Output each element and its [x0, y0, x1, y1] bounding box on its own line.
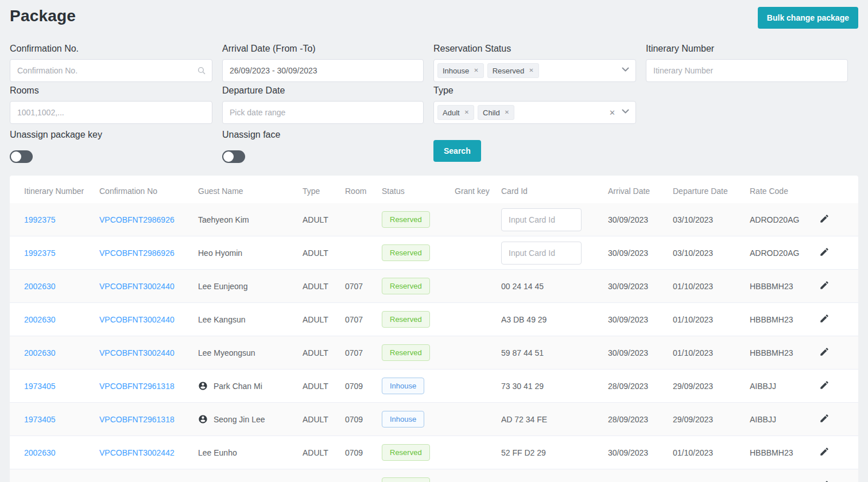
clear-select-icon[interactable]: ✕ — [609, 109, 615, 116]
confirmation-link[interactable]: VPCOBFNT3002442 — [99, 448, 175, 457]
itinerary-link[interactable]: 1973405 — [24, 382, 56, 391]
itinerary-number-input[interactable] — [646, 59, 848, 82]
confirmation-link[interactable]: VPCOBFNT2986926 — [99, 215, 175, 224]
grant-key — [450, 236, 497, 270]
edit-icon[interactable] — [819, 280, 830, 290]
remove-tag-icon[interactable]: ✕ — [529, 68, 533, 73]
status-tag: Reserved ✕ — [487, 63, 539, 78]
type-tag-label: Child — [483, 108, 500, 117]
guest-type: ADULT — [298, 303, 340, 336]
edit-icon[interactable] — [819, 446, 830, 457]
type-label: Type — [433, 85, 636, 96]
col-status: Status — [377, 176, 450, 203]
remove-tag-icon[interactable]: ✕ — [505, 110, 509, 115]
table-header: Itinerary Number Confirmation No Guest N… — [10, 176, 858, 203]
itinerary-link[interactable]: 1992375 — [24, 215, 56, 224]
card-id-input[interactable] — [501, 208, 582, 231]
departure-date-label: Departure Date — [222, 85, 424, 96]
itinerary-link[interactable]: 1992375 — [24, 248, 56, 258]
remove-tag-icon[interactable]: ✕ — [474, 68, 478, 73]
guest-name: Seong Jin Lee — [214, 415, 265, 424]
itinerary-link[interactable]: 2002630 — [24, 315, 56, 324]
card-id: 52 FF D2 29 — [497, 436, 603, 469]
reservation-status-select[interactable]: Inhouse ✕ Reserved ✕ — [433, 59, 636, 82]
col-guest-name: Guest Name — [193, 176, 298, 203]
rooms-input[interactable] — [10, 101, 212, 124]
rate-code: ADROD20AG — [745, 203, 815, 236]
edit-icon[interactable] — [819, 413, 830, 423]
room-number: 0709 — [340, 370, 377, 403]
unassign-package-key-toggle[interactable] — [10, 150, 33, 163]
rate-code: HBBBMH23 — [745, 270, 815, 303]
remove-tag-icon[interactable]: ✕ — [464, 110, 469, 115]
arrival-date-field: Arrival Date (From -To) — [222, 44, 424, 82]
confirmation-link[interactable]: VPCOBFNT3002440 — [99, 315, 175, 324]
col-actions — [815, 176, 858, 203]
arrival-date: 30/09/2023 — [603, 203, 668, 236]
arrival-date-input[interactable] — [222, 59, 424, 82]
table-row: 2002630 VPCOBFNT3002442 Lee Eunseok ADUL… — [10, 469, 858, 482]
search-button[interactable]: Search — [433, 140, 481, 162]
col-card-id: Card Id — [497, 176, 603, 203]
status-tag: Inhouse ✕ — [437, 63, 484, 78]
unassign-package-key-label: Unassign package key — [10, 130, 212, 140]
rate-code: HBBBMH23 — [745, 469, 815, 482]
itinerary-link[interactable]: 2002630 — [24, 282, 56, 291]
confirmation-link[interactable]: VPCOBFNT3002440 — [99, 282, 175, 291]
departure-date: 01/10/2023 — [668, 436, 745, 469]
rate-code: HBBBMH23 — [745, 436, 815, 469]
room-number — [340, 203, 377, 236]
chevron-down-icon[interactable] — [621, 65, 630, 76]
itinerary-link[interactable]: 2002630 — [24, 448, 56, 457]
edit-icon[interactable] — [819, 313, 830, 324]
status-badge: Inhouse — [382, 411, 424, 427]
bulk-change-package-button[interactable]: Bulk change package — [758, 7, 858, 29]
grant-key — [450, 336, 497, 370]
guest-name: Lee Myeongsun — [198, 348, 255, 357]
edit-icon[interactable] — [819, 380, 830, 390]
table-row: 1992375 VPCOBFNT2986926 Taehyeon Kim ADU… — [10, 203, 858, 236]
edit-icon[interactable] — [819, 480, 830, 482]
package-page: Package Bulk change package Confirmation… — [0, 0, 868, 482]
results-table-card: Itinerary Number Confirmation No Guest N… — [10, 176, 858, 482]
status-badge: Reserved — [382, 278, 430, 294]
col-room: Room — [340, 176, 377, 203]
rooms-field: Rooms — [10, 85, 212, 124]
filter-row-2: Rooms Departure Date Type Adult ✕ Child … — [10, 85, 858, 124]
grant-key — [450, 469, 497, 482]
edit-icon[interactable] — [819, 347, 830, 357]
table-row: 1992375 VPCOBFNT2986926 Heo Hyomin ADULT… — [10, 236, 858, 270]
status-badge: Reserved — [382, 444, 430, 461]
chevron-down-icon[interactable] — [621, 107, 630, 118]
col-itinerary-number: Itinerary Number — [10, 176, 95, 203]
guest-name: Heo Hyomin — [198, 248, 242, 258]
edit-icon[interactable] — [819, 213, 830, 224]
confirmation-no-input[interactable] — [10, 59, 212, 82]
confirmation-link[interactable]: VPCOBFNT2986926 — [99, 248, 175, 258]
confirmation-link[interactable]: VPCOBFNT2961318 — [99, 415, 175, 424]
card-id-input[interactable] — [501, 242, 582, 265]
guest-name: Park Chan Mi — [214, 382, 262, 391]
confirmation-link[interactable]: VPCOBFNT3002440 — [99, 348, 175, 357]
card-id — [497, 203, 603, 236]
guest-type: ADULT — [298, 469, 340, 482]
room-number: 0707 — [340, 303, 377, 336]
edit-icon[interactable] — [819, 247, 830, 257]
itinerary-link[interactable]: 2002630 — [24, 348, 56, 357]
table-row: 2002630 VPCOBFNT3002440 Lee Eunjeong ADU… — [10, 270, 858, 303]
grant-key — [450, 270, 497, 303]
type-field: Type Adult ✕ Child ✕ ✕ — [433, 85, 636, 124]
table-row: 1973405 VPCOBFNT2961318 Seong Jin Lee AD… — [10, 403, 858, 436]
type-tag: Child ✕ — [478, 105, 514, 120]
type-select[interactable]: Adult ✕ Child ✕ ✕ — [433, 101, 636, 124]
page-header: Package Bulk change package — [10, 0, 858, 29]
type-tag: Adult ✕ — [437, 105, 474, 120]
itinerary-link[interactable]: 1973405 — [24, 415, 56, 424]
confirmation-link[interactable]: VPCOBFNT2961318 — [99, 382, 175, 391]
room-number: 0709 — [340, 403, 377, 436]
table-row: 2002630 VPCOBFNT3002440 Lee Myeongsun AD… — [10, 336, 858, 370]
unassign-face-toggle[interactable] — [222, 150, 245, 163]
rate-code: HBBBMH23 — [745, 303, 815, 336]
departure-date-input[interactable] — [222, 101, 424, 124]
guest-type: ADULT — [298, 236, 340, 270]
